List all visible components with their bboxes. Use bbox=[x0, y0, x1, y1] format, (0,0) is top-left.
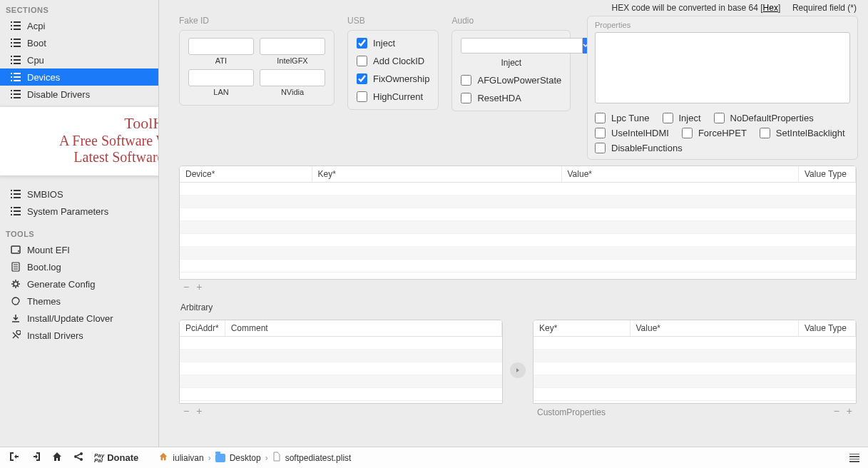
tool-themes[interactable]: Themes bbox=[0, 292, 158, 310]
col-pciaddr[interactable]: PciAddr* bbox=[180, 320, 225, 337]
table-row[interactable] bbox=[180, 221, 856, 234]
tool-generate-config[interactable]: Generate Config bbox=[0, 275, 158, 292]
tool-mount-efi[interactable]: Mount EFI bbox=[0, 241, 158, 258]
lan-input[interactable] bbox=[188, 69, 254, 86]
remove-row-button[interactable]: − bbox=[183, 281, 189, 292]
palette-icon bbox=[10, 295, 21, 307]
prop-inject-check[interactable]: Inject bbox=[663, 113, 701, 123]
watermark-line1: ToolHip.com bbox=[0, 114, 159, 133]
add-row-button[interactable]: + bbox=[196, 281, 202, 292]
remove-row-button[interactable]: − bbox=[183, 405, 189, 417]
arbitrary-left-table[interactable]: PciAddr* Comment bbox=[179, 320, 503, 404]
col-comment[interactable]: Comment bbox=[225, 320, 501, 337]
table-row[interactable] bbox=[180, 234, 856, 247]
svg-rect-29 bbox=[14, 97, 21, 98]
table-row[interactable] bbox=[180, 375, 502, 388]
svg-rect-24 bbox=[11, 90, 12, 91]
prop-useintelhdmi-check[interactable]: UseIntelHDMI bbox=[595, 128, 669, 138]
svg-rect-23 bbox=[14, 80, 21, 81]
sidebar-item-smbios[interactable]: SMBIOS bbox=[0, 185, 158, 203]
crumb-folder[interactable]: Desktop bbox=[230, 453, 261, 463]
add-row-button[interactable]: + bbox=[847, 405, 852, 417]
audio-reset-check[interactable]: ResetHDA bbox=[461, 93, 561, 103]
remove-row-button[interactable]: − bbox=[834, 405, 839, 417]
hex-link[interactable]: Hex bbox=[763, 3, 778, 13]
transfer-right-button[interactable] bbox=[510, 362, 526, 378]
arbitrary-title: Arbitrary bbox=[180, 302, 857, 312]
svg-rect-35 bbox=[14, 197, 21, 198]
svg-rect-22 bbox=[11, 80, 12, 81]
properties-textarea[interactable] bbox=[595, 32, 850, 103]
sidebar-item-acpi[interactable]: Acpi bbox=[0, 17, 158, 34]
table-row[interactable] bbox=[180, 337, 502, 350]
usb-fixown-check[interactable]: FixOwnership bbox=[357, 73, 429, 84]
arbitrary-right-table[interactable]: Key* Value* Value Type bbox=[533, 320, 857, 404]
col-key[interactable]: Key* bbox=[312, 166, 561, 183]
crumb-file[interactable]: softpediatest.plist bbox=[285, 453, 352, 463]
col-value[interactable]: Value* bbox=[561, 166, 799, 183]
sidebar-item-label: Boot bbox=[27, 38, 46, 49]
table-row[interactable] bbox=[180, 247, 856, 260]
home-icon[interactable] bbox=[51, 451, 63, 464]
chevron-right-icon: › bbox=[265, 453, 268, 463]
menu-button[interactable] bbox=[849, 454, 859, 462]
svg-rect-3 bbox=[14, 25, 21, 26]
svg-rect-8 bbox=[11, 42, 12, 44]
watermark-line2: A Free Software World To Download bbox=[0, 133, 159, 149]
tool-bootlog[interactable]: Boot.log bbox=[0, 258, 158, 275]
table-row[interactable] bbox=[533, 362, 856, 375]
audio-inject-combo[interactable] bbox=[461, 38, 561, 54]
table-row[interactable] bbox=[533, 375, 856, 388]
table-row[interactable] bbox=[180, 362, 502, 375]
audio-afg-check[interactable]: AFGLowPowerState bbox=[461, 75, 561, 86]
sidebar-item-cpu[interactable]: Cpu bbox=[0, 51, 158, 68]
sidebar-item-disable-drivers[interactable]: Disable Drivers bbox=[0, 86, 158, 103]
prop-lpctune-check[interactable]: Lpc Tune bbox=[595, 113, 650, 123]
table-row[interactable] bbox=[180, 183, 856, 195]
col-device[interactable]: Device* bbox=[180, 166, 312, 183]
svg-rect-32 bbox=[11, 193, 12, 195]
lan-label: LAN bbox=[188, 88, 254, 96]
col-key[interactable]: Key* bbox=[533, 320, 630, 337]
share-icon[interactable] bbox=[73, 451, 84, 464]
tool-install-clover[interactable]: Install/Update Clover bbox=[0, 310, 158, 327]
table-row[interactable] bbox=[180, 350, 502, 362]
svg-rect-5 bbox=[14, 29, 21, 30]
add-row-button[interactable]: + bbox=[196, 405, 202, 417]
svg-rect-42 bbox=[11, 246, 20, 253]
list-icon bbox=[10, 88, 21, 100]
sidebar-item-system-parameters[interactable]: System Parameters bbox=[0, 203, 158, 220]
export-icon[interactable] bbox=[30, 451, 41, 464]
import-icon[interactable] bbox=[9, 451, 20, 464]
properties-panel: Properties Lpc Tune Inject NoDefaultProp… bbox=[587, 16, 858, 160]
prop-forcehpet-check[interactable]: ForceHPET bbox=[682, 128, 747, 138]
col-value[interactable]: Value* bbox=[630, 320, 799, 337]
crumb-user[interactable]: iuliaivan bbox=[173, 453, 203, 463]
ati-input[interactable] bbox=[188, 38, 254, 55]
prop-setintelbacklight-check[interactable]: SetIntelBacklight bbox=[760, 128, 845, 138]
nvidia-input[interactable] bbox=[260, 69, 325, 86]
intelgfx-input[interactable] bbox=[260, 38, 325, 55]
sidebar-item-devices[interactable]: Devices bbox=[0, 68, 158, 86]
sidebar-item-label: Boot.log bbox=[27, 262, 61, 273]
table-row[interactable] bbox=[533, 337, 856, 350]
donate-button[interactable]: PayPal Donate bbox=[94, 452, 138, 463]
table-row[interactable] bbox=[180, 208, 856, 221]
svg-rect-39 bbox=[14, 210, 21, 212]
table-row[interactable] bbox=[180, 388, 502, 401]
prop-nodefault-check[interactable]: NoDefaultProperties bbox=[714, 113, 814, 123]
col-valuetype[interactable]: Value Type bbox=[799, 320, 856, 337]
prop-disablefunctions-check[interactable]: DisableFunctions bbox=[595, 143, 683, 153]
main-table[interactable]: Device* Key* Value* Value Type bbox=[179, 166, 857, 280]
table-row[interactable] bbox=[533, 388, 856, 401]
table-row[interactable] bbox=[533, 350, 856, 362]
col-valuetype[interactable]: Value Type bbox=[799, 166, 856, 183]
usb-highcurrent-check[interactable]: HighCurrent bbox=[357, 91, 429, 102]
usb-addclock-check[interactable]: Add ClockID bbox=[357, 56, 429, 66]
table-row[interactable] bbox=[180, 260, 856, 273]
sidebar-item-boot[interactable]: Boot bbox=[0, 34, 158, 51]
table-row[interactable] bbox=[180, 195, 856, 208]
header-info-row: HEX code will be converted in base 64 [H… bbox=[159, 0, 868, 13]
usb-inject-check[interactable]: Inject bbox=[357, 38, 429, 49]
tool-install-drivers[interactable]: Install Drivers bbox=[0, 327, 158, 344]
